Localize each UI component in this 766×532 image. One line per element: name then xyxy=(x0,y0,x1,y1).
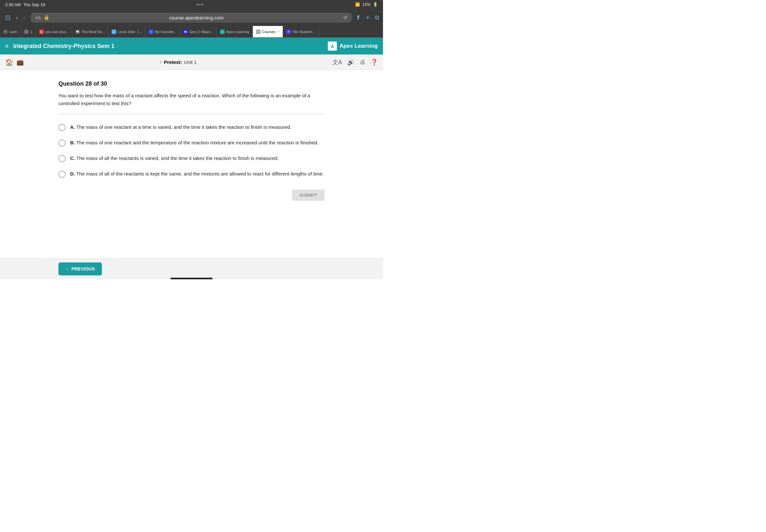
tab-cartri[interactable]: ✂ cartri xyxy=(0,26,21,37)
font-size-control[interactable]: AA xyxy=(35,15,41,20)
tab-favicon-filo: F xyxy=(286,30,291,34)
apex-logo-icon: A xyxy=(328,42,337,51)
dot3 xyxy=(202,4,203,5)
back-button[interactable]: ‹ xyxy=(15,13,19,23)
question-divider xyxy=(58,114,324,114)
browser-actions: ⬆ + ⧉ xyxy=(356,14,379,21)
answer-choices: A. The mass of one reactant at a time is… xyxy=(58,123,324,178)
tab-filo[interactable]: F Filo Student:... xyxy=(283,26,319,37)
pretest-right: 文A 🔊 🖨 ❓ xyxy=(332,58,378,66)
tab-label-google: you use your... xyxy=(45,30,69,34)
tab-genz[interactable]: BI Gen Z: Major... xyxy=(180,26,217,37)
hamburger-menu-icon[interactable]: ≡ xyxy=(5,43,9,50)
choice-d[interactable]: D. The mass of all of the reactants is k… xyxy=(58,170,324,178)
choice-body-a: The mass of one reactant at a time is va… xyxy=(76,124,291,130)
radio-a[interactable] xyxy=(58,124,66,131)
choice-letter-b: B. xyxy=(70,140,75,145)
tab-label-mostde: The Most De... xyxy=(81,30,105,34)
print-icon[interactable]: 🖨 xyxy=(359,59,365,66)
tab-label-apex: Apex Learning xyxy=(226,30,249,34)
tabs-icon[interactable]: ⧉ xyxy=(375,14,379,21)
pretest-left: 🏠 💼 xyxy=(5,58,24,66)
tab-favicon-1: □ xyxy=(24,30,29,34)
tab-favicon-mostde: 📰 xyxy=(75,30,80,34)
choice-text-c: C. The mass of all the reactants is vari… xyxy=(70,154,279,162)
tab-favicon-cartri: ✂ xyxy=(3,30,8,34)
status-left: 2:30 AM Thu Sep 19 xyxy=(5,2,45,7)
tab-apex[interactable]: A Apex Learning xyxy=(217,26,253,37)
pretest-nav: ↑ Pretest: Unit 1 xyxy=(159,59,197,65)
url-bar[interactable]: AA 🔒 course.apexlearning.com ↺ xyxy=(30,13,352,23)
home-indicator xyxy=(170,278,213,279)
battery-level: 12% xyxy=(362,2,370,7)
choice-text-d: D. The mass of all of the reactants is k… xyxy=(70,170,324,178)
tab-favicon-genz: BI xyxy=(183,30,188,34)
submit-area: SUBMIT xyxy=(58,189,324,201)
browser-nav: ⊡ ‹ › xyxy=(4,12,27,23)
tab-google[interactable]: G you use your... xyxy=(36,26,72,37)
choice-text-b: B. The mass of one reactant and the temp… xyxy=(70,139,318,147)
date: Thu Sep 19 xyxy=(23,2,45,7)
course-header: ≡ Integrated Chemistry-Physics Sem 1 A A… xyxy=(0,38,383,54)
choice-body-d: The mass of all of the reactants is kept… xyxy=(76,171,324,176)
radio-b[interactable] xyxy=(58,139,66,147)
choice-letter-a: A. xyxy=(70,124,75,130)
choice-c[interactable]: C. The mass of all the reactants is vari… xyxy=(58,154,324,162)
submit-button[interactable]: SUBMIT xyxy=(292,189,324,201)
tab-label-1: 1 xyxy=(30,30,32,34)
course-title: Integrated Chemistry-Physics Sem 1 xyxy=(13,43,115,50)
radio-c[interactable] xyxy=(58,155,66,162)
bottom-bar: ← PREVIOUS xyxy=(0,258,383,279)
share-icon[interactable]: ⬆ xyxy=(356,14,360,21)
choice-body-c: The mass of all the reactants is varied,… xyxy=(76,155,279,161)
tabs-bar: ✂ cartri □ 1 G you use your... 📰 The Mos… xyxy=(0,26,383,38)
tab-label-genz: Gen Z: Major... xyxy=(189,30,213,34)
briefcase-icon[interactable]: 💼 xyxy=(17,59,24,66)
url-text: course.apexlearning.com xyxy=(52,15,341,20)
dot1 xyxy=(197,4,198,5)
tab-label-courses: Courses xyxy=(262,30,275,34)
pretest-unit: Unit 1 xyxy=(184,59,197,65)
wifi-icon: 📶 xyxy=(355,2,360,7)
tab-local[interactable]: ⬡ Local Jobs: 1... xyxy=(108,26,145,37)
choice-letter-c: C. xyxy=(70,155,75,161)
lock-icon: 🔒 xyxy=(43,15,50,20)
dot2 xyxy=(199,4,201,5)
forward-button[interactable]: › xyxy=(22,13,27,23)
status-bar: 2:30 AM Thu Sep 19 📶 12% 🔋 xyxy=(0,0,383,9)
main-content: Question 28 of 30 You want to test how t… xyxy=(0,70,383,258)
reload-icon[interactable]: ↺ xyxy=(343,15,347,21)
choice-text-a: A. The mass of one reactant at a time is… xyxy=(70,123,291,131)
tab-1[interactable]: □ 1 xyxy=(21,26,36,37)
tab-favicon-favorite: 🔷 xyxy=(149,30,153,34)
add-tab-icon[interactable]: + xyxy=(366,14,370,21)
question-header: Question 28 of 30 xyxy=(58,80,324,87)
tab-label-favorite: My Favorite... xyxy=(155,30,176,34)
tab-favorite[interactable]: 🔷 My Favorite... xyxy=(145,26,180,37)
home-button[interactable]: 🏠 xyxy=(5,58,13,66)
apex-logo-text: Apex Learning xyxy=(339,43,378,49)
tab-favicon-courses: × xyxy=(256,30,261,34)
status-center xyxy=(197,4,203,5)
tab-mostde[interactable]: 📰 The Most De... xyxy=(72,26,108,37)
tab-courses[interactable]: × Courses × xyxy=(253,26,283,37)
tab-close-courses[interactable]: × xyxy=(278,30,280,33)
choice-b[interactable]: B. The mass of one reactant and the temp… xyxy=(58,139,324,147)
audio-icon[interactable]: 🔊 xyxy=(347,59,354,66)
choice-letter-d: D. xyxy=(70,171,75,176)
pretest-label: Pretest: xyxy=(164,59,182,65)
pretest-bar: 🏠 💼 ↑ Pretest: Unit 1 文A 🔊 🖨 ❓ xyxy=(0,54,383,70)
sidebar-toggle-icon[interactable]: ⊡ xyxy=(4,12,12,23)
apex-logo: A Apex Learning xyxy=(328,42,378,51)
time: 2:30 AM xyxy=(5,2,21,7)
choice-a[interactable]: A. The mass of one reactant at a time is… xyxy=(58,123,324,131)
translate-icon[interactable]: 文A xyxy=(332,58,342,66)
previous-button[interactable]: ← PREVIOUS xyxy=(58,262,102,275)
help-icon[interactable]: ❓ xyxy=(371,59,378,66)
radio-d[interactable] xyxy=(58,171,66,178)
tab-favicon-google: G xyxy=(39,30,44,34)
tab-label-filo: Filo Student:... xyxy=(292,30,315,34)
course-header-left: ≡ Integrated Chemistry-Physics Sem 1 xyxy=(5,43,115,50)
tab-favicon-local: ⬡ xyxy=(112,30,116,34)
choice-body-b: The mass of one reactant and the tempera… xyxy=(76,140,318,145)
